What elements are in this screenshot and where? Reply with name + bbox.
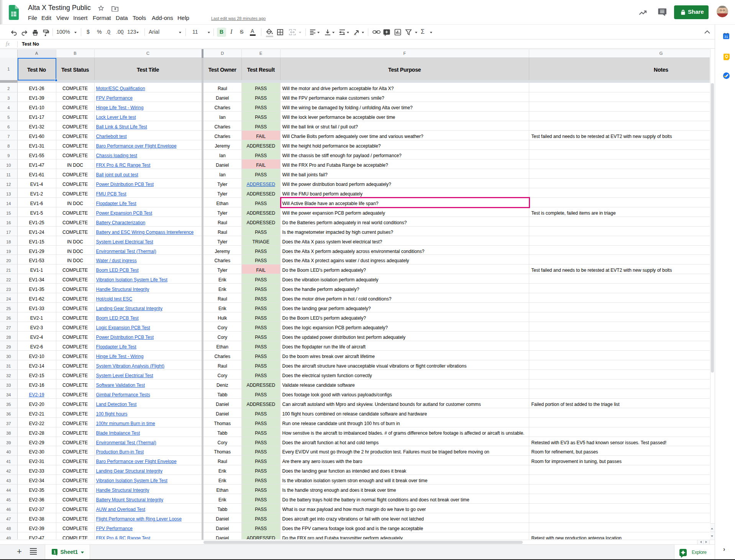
svg-text:1: 1 xyxy=(53,549,56,554)
svg-text:A: A xyxy=(354,33,356,36)
svg-text:31: 31 xyxy=(724,35,728,39)
